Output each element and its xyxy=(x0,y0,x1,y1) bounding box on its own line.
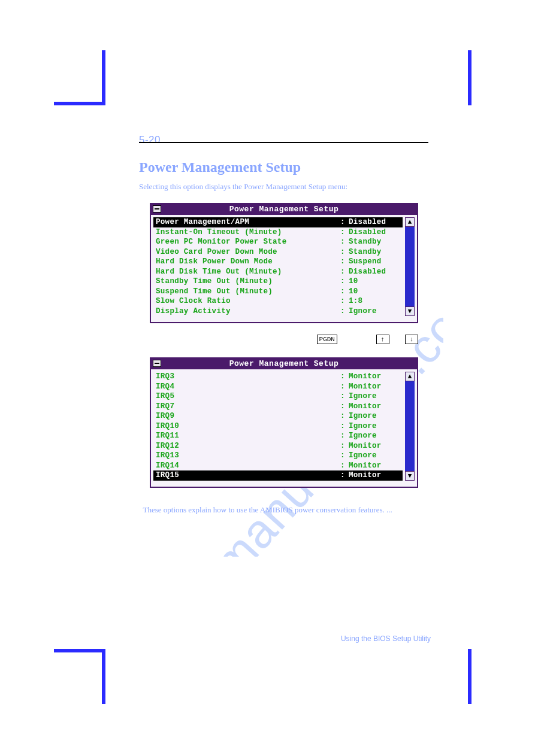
option-value: Monitor xyxy=(349,470,400,481)
separator: : xyxy=(340,441,349,451)
separator: : xyxy=(340,227,349,238)
separator: : xyxy=(340,431,349,441)
scroll-down-icon[interactable]: ▼ xyxy=(405,306,415,316)
bios-option-row[interactable]: Hard Disk Power Down Mode: Suspend xyxy=(153,257,403,267)
bios-title: Power Management Setup xyxy=(229,359,339,368)
page-footer: Using the BIOS Setup Utility xyxy=(341,634,431,643)
bios-option-row[interactable]: Video Card Power Down Mode: Standby xyxy=(153,247,403,257)
option-value: Ignore xyxy=(349,431,400,441)
scrollbar[interactable]: ▲ ▼ xyxy=(405,217,415,316)
separator: : xyxy=(340,470,349,481)
separator: : xyxy=(340,402,349,412)
header-rule xyxy=(139,142,428,143)
bios-option-row[interactable]: Display Activity: Ignore xyxy=(153,306,403,317)
option-label: IRQ7 xyxy=(156,402,340,412)
scroll-up-icon[interactable]: ▲ xyxy=(405,217,415,227)
separator: : xyxy=(340,421,349,432)
option-value: Standby xyxy=(349,247,400,257)
option-label: IRQ3 xyxy=(156,372,340,382)
option-label: Instant-On Timeout (Minute) xyxy=(156,227,340,238)
option-label: Hard Disk Power Down Mode xyxy=(156,257,340,267)
scroll-up-icon[interactable]: ▲ xyxy=(405,372,415,381)
option-value: Disabled xyxy=(349,227,400,238)
section-number: 5-20 xyxy=(139,134,161,146)
option-value: Ignore xyxy=(349,306,400,317)
crop-mark xyxy=(468,50,471,105)
bios-option-row[interactable]: Green PC Monitor Power State: Standby xyxy=(153,237,403,247)
separator: : xyxy=(340,257,349,267)
scroll-down-icon[interactable]: ▼ xyxy=(405,471,415,481)
option-value: Monitor xyxy=(349,402,400,412)
bios-option-row[interactable]: Hard Disk Time Out (Minute): Disabled xyxy=(153,267,403,277)
bios-option-row[interactable]: IRQ3: Monitor xyxy=(153,372,403,382)
bios-option-row[interactable]: IRQ5: Ignore xyxy=(153,391,403,402)
separator: : xyxy=(340,267,349,277)
intro-text: Selecting this option displays the Power… xyxy=(139,181,428,192)
option-value: 10 xyxy=(349,277,400,287)
bios-titlebar: Power Management Setup xyxy=(151,359,417,369)
separator: : xyxy=(340,217,349,227)
up-arrow-key-icon: ↑ xyxy=(376,335,389,344)
option-value: Ignore xyxy=(349,391,400,402)
crop-mark xyxy=(54,102,102,105)
separator: : xyxy=(340,411,349,421)
bios-option-row[interactable]: IRQ4: Monitor xyxy=(153,382,403,392)
separator: : xyxy=(340,372,349,382)
bios-body: Power Management/APM: DisabledInstant-On… xyxy=(151,215,417,322)
option-value: Monitor xyxy=(349,441,400,451)
option-label: Video Card Power Down Mode xyxy=(156,247,340,257)
bios-option-row[interactable]: IRQ13: Ignore xyxy=(153,451,403,461)
keyhint-mid: or use the xyxy=(342,335,371,344)
separator: : xyxy=(340,296,349,306)
separator: : xyxy=(340,287,349,297)
bios-option-row[interactable]: IRQ12: Monitor xyxy=(153,441,403,451)
option-label: Standby Time Out (Minute) xyxy=(156,277,340,287)
option-label: IRQ15 xyxy=(156,470,340,481)
bios-title: Power Management Setup xyxy=(229,205,339,214)
page-heading: Power Management Setup xyxy=(139,159,301,175)
crop-mark xyxy=(54,649,102,652)
option-value: Monitor xyxy=(349,461,400,471)
down-arrow-key-icon: ↓ xyxy=(405,335,418,344)
bios-option-row[interactable]: Suspend Time Out (Minute): 10 xyxy=(153,287,403,297)
bios-option-row[interactable]: Power Management/APM: Disabled xyxy=(153,217,403,227)
bios-option-row[interactable]: IRQ10: Ignore xyxy=(153,421,403,432)
bios-option-row[interactable]: Slow Clock Ratio: 1:8 xyxy=(153,296,403,306)
system-menu-icon[interactable] xyxy=(153,205,161,212)
separator: : xyxy=(340,247,349,257)
option-value: Monitor xyxy=(349,372,400,382)
option-value: Suspend xyxy=(349,257,400,267)
option-value: Monitor xyxy=(349,382,400,392)
system-menu-icon[interactable] xyxy=(153,360,161,367)
option-value: Disabled xyxy=(349,217,400,227)
option-label: Hard Disk Time Out (Minute) xyxy=(156,267,340,277)
option-label: Display Activity xyxy=(156,306,340,317)
option-value: Ignore xyxy=(349,411,400,421)
separator: : xyxy=(340,237,349,247)
bios-option-row[interactable]: IRQ7: Monitor xyxy=(153,402,403,412)
option-label: Slow Clock Ratio xyxy=(156,296,340,306)
option-label: Suspend Time Out (Minute) xyxy=(156,287,340,297)
crop-mark xyxy=(468,649,471,704)
option-label: Green PC Monitor Power State xyxy=(156,237,340,247)
scrollbar[interactable]: ▲ ▼ xyxy=(405,372,415,481)
option-value: 10 xyxy=(349,287,400,297)
option-label: IRQ11 xyxy=(156,431,340,441)
separator: : xyxy=(340,461,349,471)
crop-mark xyxy=(102,649,105,704)
option-value: 1:8 xyxy=(349,296,400,306)
keyhint-pre: Press xyxy=(150,335,312,344)
option-label: IRQ10 xyxy=(156,421,340,432)
bios-option-row[interactable]: IRQ9: Ignore xyxy=(153,411,403,421)
option-label: IRQ13 xyxy=(156,451,340,461)
bios-option-row[interactable]: IRQ15: Monitor xyxy=(153,470,403,481)
bios-option-row[interactable]: Instant-On Timeout (Minute): Disabled xyxy=(153,227,403,238)
bios-option-row[interactable]: IRQ14: Monitor xyxy=(153,461,403,471)
separator: : xyxy=(340,277,349,287)
bios-body: IRQ3: MonitorIRQ4: MonitorIRQ5: IgnoreIR… xyxy=(151,369,417,487)
option-label: IRQ5 xyxy=(156,391,340,402)
separator: : xyxy=(340,382,349,392)
option-value: Ignore xyxy=(349,451,400,461)
bios-option-row[interactable]: Standby Time Out (Minute): 10 xyxy=(153,277,403,287)
bios-option-row[interactable]: IRQ11: Ignore xyxy=(153,431,403,441)
